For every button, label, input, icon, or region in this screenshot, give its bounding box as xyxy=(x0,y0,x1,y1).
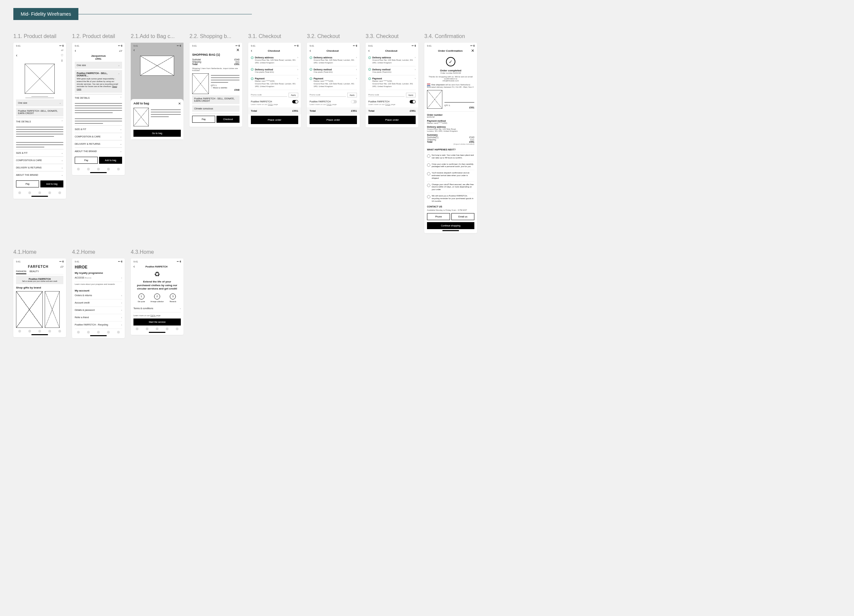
steps: 1Get quote 2Arrange collection 3Rewards xyxy=(133,293,181,302)
accordion-comp[interactable]: COMPOSITION & CARE⌄ xyxy=(75,133,122,140)
accordion-delivery[interactable]: DELIVERY & RETURNS⌄ xyxy=(75,140,122,148)
back-icon[interactable]: ‹ xyxy=(133,264,135,269)
apply-button[interactable]: Apply xyxy=(288,93,298,98)
brand-tile[interactable] xyxy=(45,291,60,328)
menu-details[interactable]: Details & password› xyxy=(75,307,122,314)
status-time: 9:41 xyxy=(16,45,21,47)
accordion-size[interactable]: SIZE & FIT⌄ xyxy=(16,149,63,156)
accordion-brand[interactable]: ABOUT THE BRAND⌄ xyxy=(75,148,122,155)
frame-label: 4.2.Home xyxy=(72,249,125,255)
frame-label: 2.2. Shopping b... xyxy=(189,34,242,40)
menu-orders[interactable]: Orders & returns› xyxy=(75,292,122,299)
promo-input[interactable] xyxy=(368,93,405,97)
frame-label: 4.3.Home xyxy=(131,249,183,255)
faqs-link[interactable]: FAQs xyxy=(268,104,273,105)
place-order-button[interactable]: Place order xyxy=(368,116,416,124)
brand-tile[interactable] xyxy=(16,291,43,328)
faqs-link[interactable]: FAQs xyxy=(151,314,156,317)
frame-home-3: 9:41••• ⌁ ▮ ‹Positive FARFETCH ♻ Extend … xyxy=(131,258,183,334)
continue-shopping-button[interactable]: Continue shopping xyxy=(427,222,474,229)
accordion-size[interactable]: SIZE & FIT⌄ xyxy=(75,125,122,133)
size-dropdown[interactable]: One size⌄ xyxy=(16,99,63,107)
frame-label: 3.4. Confirmation xyxy=(424,34,477,40)
home-indicator xyxy=(31,196,48,197)
promo-input[interactable] xyxy=(310,93,346,97)
add-to-bag-button[interactable]: Add to bag xyxy=(99,157,122,164)
accordion-details[interactable]: THE DETAILS⌃ xyxy=(75,94,122,101)
climate-pill[interactable]: Climate conscious xyxy=(192,105,239,112)
user-name: HIROE xyxy=(75,265,122,270)
brand-name: Jacquemus xyxy=(75,54,122,57)
close-icon[interactable]: ✕ xyxy=(236,48,239,52)
go-to-bag-button[interactable]: Go to bag xyxy=(133,130,181,137)
frame-home-1: 9:41••• ⌁ ▮ FARFETCH▱ FASHION BEAUTY Pos… xyxy=(13,258,66,337)
menu-refer[interactable]: Refer a friend› xyxy=(75,314,122,322)
bag-icon[interactable]: ▱ xyxy=(60,264,63,269)
recycle-icon: ♻ xyxy=(133,270,181,278)
close-icon[interactable]: ✕ xyxy=(471,48,474,53)
bag-icon[interactable]: ▱ xyxy=(61,48,63,52)
share-icon[interactable]: ⇪ xyxy=(61,59,63,63)
menu-credit[interactable]: Account credit› xyxy=(75,299,122,307)
bag-icon[interactable]: ▱ xyxy=(119,48,122,53)
frame-pdp-2: 9:41••• ⌁ ▮ ‹▱ Jacquemus £551 One size⌄ … xyxy=(72,43,125,175)
header-rule xyxy=(78,14,252,14)
sec-address[interactable]: ✓Delivery address› Ground floor flat, 12… xyxy=(251,54,298,66)
frame-add-modal: 9:41••• ⌁ ▮ ‹ ✕ Add to bag Go to bag xyxy=(131,43,183,139)
apple-pay-button[interactable]: Pay xyxy=(16,180,39,188)
positive-pill[interactable]: Positive FARFETCH -SELL, DONATE, EARN CR… xyxy=(16,108,63,116)
size-dropdown[interactable]: One size⌄ xyxy=(75,62,122,69)
phone-button[interactable]: Phone xyxy=(427,213,450,220)
tab-fashion[interactable]: FASHION xyxy=(16,270,26,274)
back-icon[interactable]: ‹ xyxy=(310,48,311,53)
sec-payment[interactable]: ✓Payment› Master card *****1234,Ground f… xyxy=(251,75,298,90)
check-icon: ✓ xyxy=(251,56,253,59)
positive-pill[interactable]: Positive FARFETCH - SELL, DONATE, EARN C… xyxy=(192,95,239,104)
heart-icon[interactable]: ♡ xyxy=(61,54,63,57)
menu-recycling[interactable]: Positive FARFETCH - Recycling› xyxy=(75,322,122,329)
tab-beauty[interactable]: BEAUTY xyxy=(30,270,39,274)
sec-method[interactable]: ✓Delivery method› One piece (Total £11) xyxy=(251,66,298,76)
apple-pay-button[interactable]: Pay xyxy=(75,157,98,164)
chevron-down-icon: ⌄ xyxy=(61,151,63,154)
place-order-button[interactable]: Place order xyxy=(310,116,357,124)
add-to-bag-button[interactable]: Add to bag xyxy=(40,180,63,188)
back-icon[interactable]: ‹ xyxy=(16,53,17,58)
apply-button[interactable]: Apply xyxy=(347,93,357,98)
back-icon[interactable]: ‹ xyxy=(75,48,76,53)
header-tab: Mid- Fidelity Wireframes xyxy=(13,8,78,20)
frame-shopping-bag: 9:41••• ⌁ ▮ ✕ SHOPPING BAG (1) Subtotal£… xyxy=(189,43,242,127)
email-button[interactable]: Email us xyxy=(451,213,474,220)
loyalty-tier[interactable]: ACCESS Bronze› xyxy=(75,274,122,282)
apple-pay-button[interactable]: Pay xyxy=(192,116,215,123)
product-thumb xyxy=(192,73,209,94)
tab-bar xyxy=(13,189,66,195)
pf-toggle[interactable] xyxy=(351,100,357,104)
frame-home-2: 9:41••• ⌁ ▮ HIROE My loyalty programme A… xyxy=(72,258,125,338)
pf-toggle[interactable] xyxy=(292,100,298,104)
place-order-button[interactable]: Place order xyxy=(251,116,298,124)
chevron-down-icon: ⌄ xyxy=(61,159,63,162)
accordion-delivery[interactable]: DELIVERY & RETURNS⌄ xyxy=(16,164,63,171)
back-icon[interactable]: ‹ xyxy=(251,48,252,53)
close-icon[interactable]: ✕ xyxy=(178,102,181,105)
terms-link[interactable]: Terms & conditions› xyxy=(133,305,181,313)
frame-label: 2.1.Add to Bag c... xyxy=(131,34,183,40)
ship-note: Shipping 1 item from Netherlands, import… xyxy=(192,67,239,72)
bag-title: SHOPPING BAG (1) xyxy=(192,53,239,56)
accordion-details[interactable]: THE DETAILS⌃ xyxy=(16,118,63,125)
back-icon[interactable]: ‹ xyxy=(368,48,370,53)
start-service-button[interactable]: Start the service xyxy=(133,319,181,326)
pf-toggle[interactable] xyxy=(410,100,416,104)
checkout-button[interactable]: Checkout xyxy=(217,116,239,123)
accordion-brand[interactable]: ABOUT THE BRAND⌄ xyxy=(16,171,63,178)
frame-checkout-2: 9:41••• ⌁ ▮ ‹Checkout ✓Delivery address›… xyxy=(307,43,360,127)
apply-button[interactable]: Apply xyxy=(406,93,416,98)
positive-box[interactable]: Positive FARFETCH - SELL, DONATE...⌃ Wit… xyxy=(75,70,122,93)
pf-banner[interactable]: Positive FARFETCH Sell or donate your yo… xyxy=(16,276,63,284)
back-icon[interactable]: ‹ xyxy=(133,48,135,52)
add-to-bag-sheet: ✕ Add to bag Go to bag xyxy=(131,99,183,139)
wishlist-link[interactable]: Move to wishlist xyxy=(213,87,227,89)
promo-input[interactable] xyxy=(251,93,287,97)
accordion-comp[interactable]: COMPOSITION & CARE⌄ xyxy=(16,156,63,164)
